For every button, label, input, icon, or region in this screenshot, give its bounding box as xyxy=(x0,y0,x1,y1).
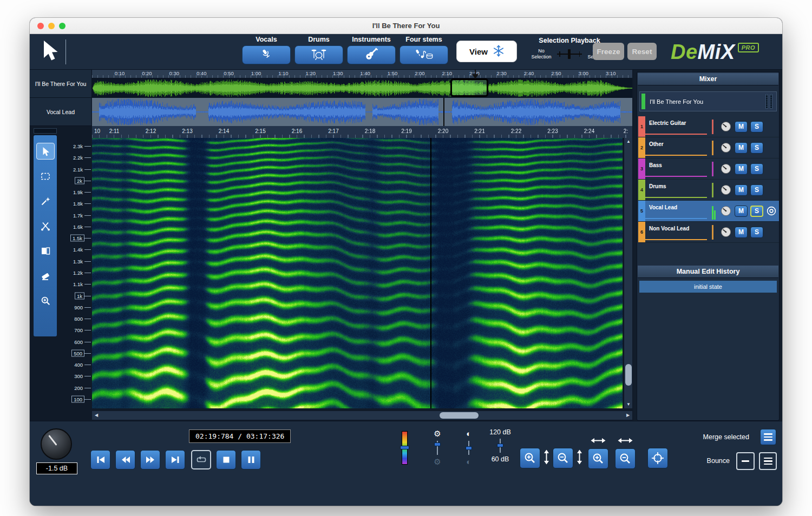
pan-knob[interactable] xyxy=(720,226,732,238)
focus-target-icon[interactable] xyxy=(766,206,777,216)
frequency-tick xyxy=(84,388,91,388)
range-slider-handle[interactable] xyxy=(497,444,503,447)
marquee-select-tool[interactable] xyxy=(36,168,55,184)
solo-button[interactable]: S xyxy=(750,206,763,217)
timeline-ruler-label: 3:10 xyxy=(606,70,616,76)
pan-knob[interactable] xyxy=(720,205,732,217)
mute-button[interactable]: M xyxy=(735,142,748,154)
solo-button[interactable]: S xyxy=(750,142,763,154)
mixer-track-vocal-lead[interactable]: 5Vocal LeadMS xyxy=(638,201,779,222)
spectrogram-ruler[interactable]: 102:112:122:132:142:152:162:172:182:192:… xyxy=(92,126,632,138)
selection-region[interactable] xyxy=(450,78,488,97)
pan-knob[interactable] xyxy=(720,142,732,154)
eraser-tool[interactable] xyxy=(36,267,55,284)
gain-slider[interactable] xyxy=(434,441,441,455)
mute-button[interactable]: M xyxy=(735,163,748,175)
playhead-marker[interactable] xyxy=(472,74,479,79)
colormap-slider[interactable] xyxy=(402,431,408,465)
contrast-slider[interactable] xyxy=(466,441,472,455)
mute-button[interactable]: M xyxy=(735,206,748,217)
overview-waveform-canvas[interactable] xyxy=(92,78,632,98)
center-playhead-button[interactable] xyxy=(647,448,668,468)
minimize-window-button[interactable] xyxy=(48,23,55,29)
zoom-window-button[interactable] xyxy=(59,23,66,29)
skip-start-button[interactable] xyxy=(90,450,110,469)
magic-wand-tool[interactable] xyxy=(36,193,55,209)
timeline-ruler-label: 2:00 xyxy=(415,70,425,76)
spectrogram-time-label: 2:15 xyxy=(255,128,265,134)
horizontal-scroll-thumb[interactable] xyxy=(440,412,479,419)
mixer-track-other[interactable]: 2OtherMS xyxy=(638,137,779,158)
stem-group: VocalsDrumsInstrumentsFour stems xyxy=(242,36,448,64)
compare-tool[interactable] xyxy=(36,242,55,259)
vocals-button[interactable] xyxy=(242,45,291,64)
pan-knob[interactable] xyxy=(720,163,732,175)
solo-button[interactable]: S xyxy=(750,227,763,238)
contrast-slider-handle[interactable] xyxy=(466,446,472,450)
vocal-lead-track[interactable] xyxy=(92,98,632,126)
drums-button[interactable] xyxy=(294,45,343,64)
zoom-out-vertical-button[interactable] xyxy=(553,448,573,468)
range-slider[interactable] xyxy=(497,439,503,453)
vertical-scroll-thumb[interactable] xyxy=(625,364,632,386)
zoom-in-vertical-button[interactable] xyxy=(520,448,540,468)
horizontal-arrow-icon xyxy=(591,436,606,446)
mixer-track-bass[interactable]: 3BassMS xyxy=(638,158,779,180)
mixer-master-row[interactable]: I'll Be There For You xyxy=(639,91,777,111)
solo-button[interactable]: S xyxy=(750,184,763,196)
mute-button[interactable]: M xyxy=(735,184,748,196)
pointer-tool[interactable] xyxy=(36,143,55,160)
mixer-track-non-vocal-lead[interactable]: 6Non Vocal LeadMS xyxy=(638,222,779,243)
slider-handle[interactable] xyxy=(568,49,571,59)
colormap-handle[interactable] xyxy=(400,446,409,449)
vertical-scrollbar[interactable]: ▲ ▼ xyxy=(624,138,632,408)
zoom-in-horizontal-button[interactable] xyxy=(588,448,608,469)
merge-menu-button[interactable] xyxy=(760,429,776,445)
gain-slider-handle[interactable] xyxy=(434,442,441,446)
loop-button[interactable] xyxy=(191,450,211,469)
mixer-track-drums[interactable]: 4DrumsMS xyxy=(638,180,779,201)
selection-playback-slider[interactable] xyxy=(557,48,582,60)
overview-track[interactable] xyxy=(92,78,632,98)
bounce-menu-button[interactable] xyxy=(759,452,777,470)
bounce-remove-button[interactable] xyxy=(736,452,755,470)
scissors-tool[interactable] xyxy=(36,217,55,234)
output-volume-knob[interactable] xyxy=(41,428,72,460)
zoom-tool[interactable] xyxy=(36,292,55,309)
solo-button[interactable]: S xyxy=(750,163,763,175)
freeze-button[interactable]: Freeze xyxy=(593,43,624,60)
scroll-down-button[interactable]: ▼ xyxy=(624,401,633,408)
close-window-button[interactable] xyxy=(37,23,44,29)
spectrogram-canvas[interactable] xyxy=(92,138,623,408)
master-track-name: I'll Be There For You xyxy=(650,98,765,105)
window-titlebar[interactable]: I'll Be There For You xyxy=(30,18,782,34)
vocal-waveform-canvas[interactable] xyxy=(92,98,632,126)
scroll-up-button[interactable]: ▲ xyxy=(624,138,633,145)
rewind-button[interactable] xyxy=(115,450,135,469)
horizontal-scrollbar[interactable]: ◀ ▶ xyxy=(92,411,632,420)
logo-part-de: De xyxy=(671,41,698,63)
skip-end-button[interactable] xyxy=(165,450,185,469)
mute-button[interactable]: M xyxy=(735,227,748,238)
mute-button[interactable]: M xyxy=(735,121,748,133)
mixer-track-electric-guitar[interactable]: 1Electric GuitarMS xyxy=(638,116,779,137)
timeline-ruler[interactable]: 0:100:200:300:400:501:001:101:201:301:40… xyxy=(92,70,632,78)
pan-knob[interactable] xyxy=(720,184,732,196)
track-name: Bass xyxy=(649,162,662,168)
history-item[interactable]: initial state xyxy=(639,281,777,293)
pause-button[interactable] xyxy=(241,450,261,469)
pan-knob[interactable] xyxy=(720,121,732,133)
instruments-button[interactable] xyxy=(347,45,396,64)
reset-button[interactable]: Reset xyxy=(627,43,657,60)
stop-button[interactable] xyxy=(216,450,236,469)
view-button[interactable]: View xyxy=(456,41,517,62)
solo-button[interactable]: S xyxy=(750,121,763,133)
scroll-left-button[interactable]: ◀ xyxy=(92,411,101,420)
four-stems-button[interactable] xyxy=(400,45,448,64)
spectrogram-view[interactable] xyxy=(92,138,623,408)
frequency-label: 1.5k xyxy=(70,235,84,242)
scroll-right-button[interactable]: ▶ xyxy=(624,411,632,420)
zoom-out-horizontal-button[interactable] xyxy=(615,448,636,469)
gear-dim-icon: ⚙ xyxy=(434,458,441,466)
fast-forward-button[interactable] xyxy=(140,450,160,469)
